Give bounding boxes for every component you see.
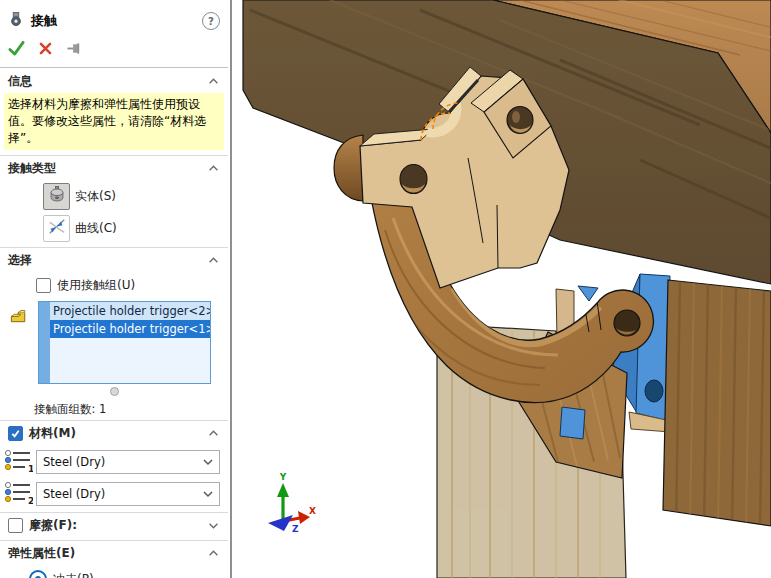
orientation-triad: Y X Z [268, 472, 316, 534]
section-header-info[interactable]: 信息 [0, 69, 228, 93]
section-header-selection[interactable]: 选择 [0, 248, 228, 272]
help-glyph: ? [208, 16, 214, 27]
listbox-items: Projectile holder trigger<2> Projectile … [50, 302, 210, 383]
chevron-down-icon [203, 455, 213, 469]
info-header-label: 信息 [8, 73, 201, 90]
chevron-down-icon [207, 516, 220, 535]
contact-set-count: 接触面组数: 1 [34, 402, 228, 417]
contact-type-solid-row: 实体(S) [43, 183, 228, 210]
material-select-2-value: Steel (Dry) [43, 487, 203, 501]
solid-contact-button[interactable] [43, 183, 70, 210]
curve-contact-label: 曲线(C) [75, 220, 117, 237]
section-header-material[interactable]: 材料(M) [0, 421, 228, 445]
panel-titlebar: 接触 ? [0, 0, 228, 34]
listbox-resize-handle[interactable] [110, 387, 119, 396]
material-checkbox[interactable] [8, 426, 23, 441]
panel-title: 接触 [31, 12, 195, 30]
material-row-2: 2 Steel (Dry) [4, 480, 220, 508]
help-button[interactable]: ? [202, 12, 220, 30]
section-header-elastic[interactable]: 弹性属性(E) [0, 541, 228, 565]
chevron-up-icon [207, 159, 220, 178]
triad-x-label: X [309, 506, 316, 516]
solid-body-icon [47, 185, 67, 208]
use-contact-group-label: 使用接触组(U) [57, 277, 135, 294]
right-board-part[interactable] [663, 278, 771, 528]
material-row-1: 1 Steel (Dry) [4, 448, 220, 476]
use-contact-group-row: 使用接触组(U) [36, 277, 228, 294]
model-canvas[interactable]: Y X Z [235, 0, 771, 578]
material-header-label: 材料(M) [29, 425, 201, 442]
section-header-friction[interactable]: 摩擦(F): [0, 513, 228, 537]
chevron-up-icon [207, 72, 220, 91]
solid-contact-label: 实体(S) [75, 188, 116, 205]
material-select-1[interactable]: Steel (Dry) [36, 450, 220, 474]
viewport-3d[interactable]: Y X Z [235, 0, 771, 578]
contact-set-listbox[interactable]: Projectile holder trigger<2> Projectile … [38, 301, 211, 384]
list-item-selected[interactable]: Projectile holder trigger<1> [50, 320, 210, 338]
info-message: 选择材料为摩擦和弹性属性使用预设值。要修改这些属性，请清除“材料选择”。 [4, 93, 224, 150]
chevron-up-icon [207, 251, 220, 270]
list-item[interactable]: Projectile holder trigger<2> [50, 302, 210, 320]
panel-divider [228, 0, 235, 578]
blue-tab-part[interactable] [560, 407, 585, 439]
cancel-button[interactable] [38, 41, 53, 60]
selection-list-wrap: Projectile holder trigger<2> Projectile … [8, 301, 228, 384]
chevron-down-icon [203, 487, 213, 501]
selection-header-label: 选择 [8, 252, 201, 269]
material-select-1-value: Steel (Dry) [43, 455, 203, 469]
friction-checkbox[interactable] [8, 518, 23, 533]
dowel-part[interactable] [334, 135, 363, 201]
curve-contact-icon [47, 217, 67, 240]
curve-contact-button[interactable] [43, 215, 70, 242]
contact-type-curve-row: 曲线(C) [43, 215, 228, 242]
impact-radio[interactable] [29, 570, 47, 578]
svg-text:1: 1 [28, 464, 33, 472]
impact-radio-row: 冲击(P) [29, 570, 228, 578]
listbox-active-bar [39, 302, 50, 383]
property-manager-panel: 接触 ? [0, 0, 228, 578]
triad-z-label: Z [292, 524, 299, 534]
chevron-up-icon [207, 544, 220, 563]
impact-radio-label: 冲击(P) [53, 571, 94, 578]
elastic-header-label: 弹性属性(E) [8, 545, 201, 562]
material-select-2[interactable]: Steel (Dry) [36, 482, 220, 506]
contact-type-header-label: 接触类型 [8, 160, 201, 177]
friction-header-label: 摩擦(F): [29, 517, 201, 534]
chevron-up-icon [207, 424, 220, 443]
pin-button[interactable] [66, 41, 83, 60]
section-header-contact-type[interactable]: 接触类型 [0, 156, 228, 180]
material-list-2-icon: 2 [4, 480, 33, 508]
ok-button[interactable] [8, 40, 25, 60]
panel-actions [0, 34, 228, 64]
svg-text:2: 2 [28, 496, 33, 504]
contact-set-icon [8, 301, 32, 384]
solidworks-window: 接触 ? [0, 0, 771, 578]
triad-y-label: Y [279, 472, 287, 482]
contact-icon [8, 11, 24, 31]
use-contact-group-checkbox[interactable] [36, 278, 51, 293]
material-list-1-icon: 1 [4, 448, 33, 476]
